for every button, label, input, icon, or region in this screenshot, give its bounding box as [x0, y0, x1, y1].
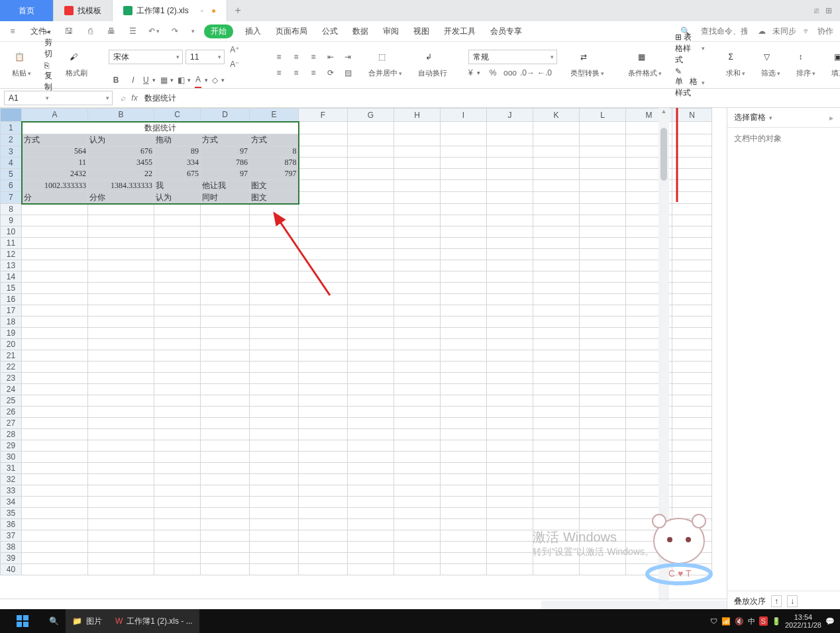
cell-I27[interactable] [441, 418, 487, 429]
cell-A32[interactable] [22, 474, 88, 485]
cell-B26[interactable] [88, 407, 154, 418]
cell-B20[interactable] [88, 339, 154, 350]
cell-D29[interactable] [201, 440, 250, 452]
cell-N34[interactable] [672, 497, 712, 508]
cell-F10[interactable] [299, 226, 348, 238]
cell-I32[interactable] [441, 474, 487, 485]
col-header-I[interactable]: I [441, 109, 487, 122]
cell-A8[interactable] [22, 204, 88, 215]
name-box[interactable]: A1 [4, 91, 113, 105]
percent-icon[interactable]: % [486, 66, 500, 80]
cell-G22[interactable] [348, 362, 394, 373]
cut-button[interactable]: ✂ 剪切 [44, 28, 52, 60]
cell-L27[interactable] [580, 418, 626, 429]
cell-D22[interactable] [201, 362, 250, 373]
cell-G18[interactable] [348, 316, 394, 328]
cell-I7[interactable] [441, 191, 487, 204]
cell-B12[interactable] [88, 249, 154, 260]
cell-F18[interactable] [299, 316, 348, 328]
cell-E39[interactable] [250, 553, 299, 564]
cell-F27[interactable] [299, 418, 348, 429]
tray-notification-icon[interactable]: 💬 [825, 617, 835, 626]
cell-J5[interactable] [487, 168, 533, 179]
cell-J19[interactable] [487, 328, 533, 339]
cell-A9[interactable] [22, 215, 88, 226]
row-header-13[interactable]: 13 [1, 260, 22, 271]
cell-G21[interactable] [348, 350, 394, 362]
cell-A4[interactable]: 11 [22, 157, 88, 168]
cell-K25[interactable] [533, 395, 580, 407]
cell-H17[interactable] [394, 305, 441, 316]
align-middle-icon[interactable]: ≡ [289, 50, 303, 64]
decimal-dec-icon[interactable]: ←.0 [537, 66, 552, 80]
window-grid-icon[interactable]: ⊞ [825, 6, 832, 15]
cell-I36[interactable] [441, 519, 487, 530]
cell-C37[interactable] [154, 530, 201, 542]
cell-L23[interactable] [580, 373, 626, 384]
row-header-2[interactable]: 2 [1, 134, 22, 146]
row-header-1[interactable]: 1 [1, 122, 22, 134]
row-header-21[interactable]: 21 [1, 350, 22, 362]
cell-J36[interactable] [487, 519, 533, 530]
cell-D40[interactable] [201, 564, 250, 575]
cell-I38[interactable] [441, 542, 487, 553]
cell-G10[interactable] [348, 226, 394, 238]
cell-N9[interactable] [672, 215, 712, 226]
cell-A20[interactable] [22, 339, 88, 350]
cell-F34[interactable] [299, 497, 348, 508]
cell-C4[interactable]: 334 [154, 157, 201, 168]
cell-A30[interactable] [22, 452, 88, 463]
cell-J28[interactable] [487, 429, 533, 440]
row-header-19[interactable]: 19 [1, 328, 22, 339]
cell-N30[interactable] [672, 452, 712, 463]
cell-J14[interactable] [487, 271, 533, 283]
cell-L32[interactable] [580, 474, 626, 485]
cell-J21[interactable] [487, 350, 533, 362]
cell-L18[interactable] [580, 316, 626, 328]
cell-H35[interactable] [394, 508, 441, 519]
cell-H19[interactable] [394, 328, 441, 339]
cell-I24[interactable] [441, 384, 487, 395]
cell-F23[interactable] [299, 373, 348, 384]
taskbar-pictures[interactable]: 📁图片 [66, 609, 109, 633]
cell-E5[interactable]: 797 [250, 168, 299, 179]
cell-F9[interactable] [299, 215, 348, 226]
cell-J33[interactable] [487, 485, 533, 497]
cell-A5[interactable]: 2432 [22, 168, 88, 179]
cell-G36[interactable] [348, 519, 394, 530]
cell-F15[interactable] [299, 283, 348, 294]
cell-H32[interactable] [394, 474, 441, 485]
cell-F24[interactable] [299, 384, 348, 395]
cell-D25[interactable] [201, 395, 250, 407]
cell-K15[interactable] [533, 283, 580, 294]
tab-workbook[interactable]: 工作簿1 (2).xls ▫ ● [113, 0, 227, 21]
cell-F30[interactable] [299, 452, 348, 463]
row-header-16[interactable]: 16 [1, 294, 22, 305]
row-header-31[interactable]: 31 [1, 463, 22, 474]
cell-I4[interactable] [441, 157, 487, 168]
sync-icon[interactable]: ☁ [758, 26, 766, 36]
cell-I37[interactable] [441, 530, 487, 542]
cell-A12[interactable] [22, 249, 88, 260]
cell-K14[interactable] [533, 271, 580, 283]
cell-H13[interactable] [394, 260, 441, 271]
cell-B15[interactable] [88, 283, 154, 294]
currency-icon[interactable]: ¥▾ [468, 66, 483, 80]
cell-L2[interactable] [580, 134, 626, 146]
cell-N10[interactable] [672, 226, 712, 238]
cell-C32[interactable] [154, 474, 201, 485]
cell-L28[interactable] [580, 429, 626, 440]
cell-H33[interactable] [394, 485, 441, 497]
cell-H36[interactable] [394, 519, 441, 530]
cell-A23[interactable] [22, 373, 88, 384]
cell-E40[interactable] [250, 564, 299, 575]
cell-G16[interactable] [348, 294, 394, 305]
cell-C26[interactable] [154, 407, 201, 418]
cell-K17[interactable] [533, 305, 580, 316]
cell-I28[interactable] [441, 429, 487, 440]
cell-F3[interactable] [299, 146, 348, 157]
cell-G40[interactable] [348, 564, 394, 575]
cell-C31[interactable] [154, 463, 201, 474]
cell-I18[interactable] [441, 316, 487, 328]
cell-H6[interactable] [394, 179, 441, 191]
